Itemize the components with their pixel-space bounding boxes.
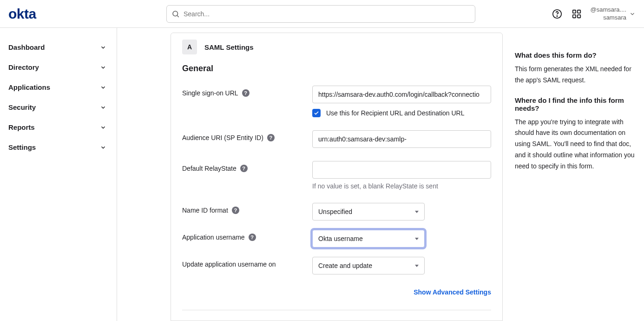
svg-line-1: [177, 15, 178, 17]
app-username-label: Application username: [182, 234, 245, 241]
user-org: samsara: [591, 14, 627, 21]
sidebar-item-label: Dashboard: [8, 43, 45, 51]
caret-down-icon: [415, 238, 419, 240]
sso-url-label: Single sign-on URL: [182, 89, 238, 97]
nameid-select[interactable]: Unspecified: [312, 203, 425, 221]
search-input[interactable]: [183, 10, 470, 18]
audience-label: Audience URI (SP Entity ID): [182, 134, 263, 141]
show-advanced-link[interactable]: Show Advanced Settings: [182, 288, 491, 296]
sidebar-item-label: Security: [8, 103, 36, 111]
divider: [182, 310, 491, 310]
help-icon[interactable]: [552, 8, 563, 20]
user-email: @samsara....: [591, 6, 627, 13]
okta-logo: okta: [8, 6, 166, 22]
sidebar-item-dashboard[interactable]: Dashboard: [0, 37, 117, 57]
help-icon[interactable]: ?: [242, 89, 250, 97]
help-icon[interactable]: ?: [267, 134, 275, 141]
sidebar-item-reports[interactable]: Reports: [0, 117, 117, 137]
help-a1: This form generates the XML needed for t…: [515, 64, 635, 86]
nameid-label: Name ID format: [182, 207, 228, 214]
app-username-select[interactable]: Okta username: [312, 230, 425, 247]
panel-title: SAML Settings: [204, 43, 254, 51]
saml-settings-panel: A SAML Settings General Single sign-on U…: [171, 33, 503, 321]
help-icon[interactable]: ?: [232, 207, 239, 214]
svg-point-3: [557, 15, 557, 16]
sidebar-item-settings[interactable]: Settings: [0, 137, 117, 157]
help-icon[interactable]: ?: [249, 234, 256, 241]
update-on-select[interactable]: Create and update: [312, 257, 425, 274]
svg-rect-6: [572, 14, 575, 17]
user-menu[interactable]: @samsara.... samsara: [591, 6, 636, 21]
apps-icon[interactable]: [571, 8, 582, 20]
chevron-down-icon: [629, 11, 636, 17]
update-on-value: Create and update: [318, 262, 372, 269]
app-username-value: Okta username: [318, 235, 363, 242]
sidebar-item-label: Reports: [8, 123, 35, 131]
svg-point-0: [173, 11, 178, 16]
chevron-down-icon: [100, 104, 106, 111]
recipient-url-checkbox-label: Use this for Recipient URL and Destinati…: [326, 109, 465, 117]
relay-label: Default RelayState: [182, 165, 237, 172]
help-a2: The app you're trying to integrate with …: [515, 117, 635, 172]
sidebar-item-label: Applications: [8, 83, 50, 91]
sidebar-item-directory[interactable]: Directory: [0, 57, 117, 77]
update-on-label: Update application username on: [182, 261, 276, 268]
recipient-url-checkbox[interactable]: [312, 109, 321, 117]
relay-input[interactable]: [312, 161, 491, 179]
search-icon: [171, 10, 180, 18]
chevron-down-icon: [100, 84, 106, 91]
search-input-wrap[interactable]: [166, 5, 475, 23]
sidebar-item-security[interactable]: Security: [0, 97, 117, 117]
sidebar-item-label: Directory: [8, 63, 39, 71]
chevron-down-icon: [100, 144, 106, 151]
sidebar: Dashboard Directory Applications Securit…: [0, 28, 117, 321]
help-q2: Where do I find the info this form needs…: [515, 96, 635, 112]
help-icon[interactable]: ?: [240, 165, 248, 172]
sso-url-input[interactable]: [312, 86, 491, 103]
chevron-down-icon: [100, 44, 106, 51]
step-badge: A: [182, 40, 197, 54]
svg-rect-5: [577, 10, 580, 13]
caret-down-icon: [415, 211, 419, 213]
caret-down-icon: [415, 265, 419, 267]
svg-rect-7: [577, 14, 580, 17]
relay-hint: If no value is set, a blank RelayState i…: [312, 182, 491, 190]
audience-input[interactable]: [312, 130, 491, 148]
check-icon: [314, 110, 319, 116]
chevron-down-icon: [100, 64, 106, 71]
help-pane: What does this form do? This form genera…: [515, 33, 644, 321]
help-q1: What does this form do?: [515, 51, 635, 59]
section-title: General: [182, 64, 491, 74]
sidebar-item-applications[interactable]: Applications: [0, 77, 117, 97]
svg-rect-4: [572, 10, 575, 13]
chevron-down-icon: [100, 124, 106, 131]
nameid-value: Unspecified: [318, 208, 352, 215]
sidebar-item-label: Settings: [8, 143, 36, 151]
top-bar: okta @samsara.... samsara: [0, 0, 644, 28]
